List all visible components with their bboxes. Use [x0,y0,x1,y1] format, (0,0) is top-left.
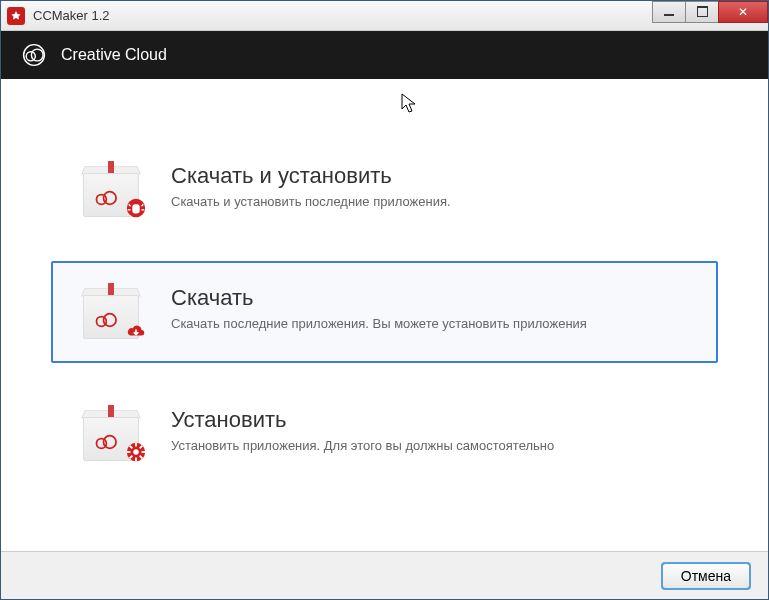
cancel-button[interactable]: Отмена [662,563,750,589]
minimize-button[interactable] [652,1,686,23]
content-area: Скачать и установить Скачать и установит… [1,79,768,551]
box-icon [83,407,143,461]
window-title: CCMaker 1.2 [33,8,653,23]
app-header: Creative Cloud [1,31,768,79]
option-title: Скачать и установить [171,163,696,189]
option-title: Установить [171,407,696,433]
window-controls [653,1,768,23]
option-download[interactable]: Скачать Скачать последние приложения. Вы… [51,261,718,363]
maximize-button[interactable] [685,1,719,23]
bug-icon [125,197,147,219]
svg-point-2 [31,49,43,61]
app-window: CCMaker 1.2 Creative Cloud Скачать и уст… [0,0,769,600]
header-title: Creative Cloud [61,46,167,64]
cursor-icon [401,93,419,115]
box-icon [83,285,143,339]
option-download-install[interactable]: Скачать и установить Скачать и установит… [51,139,718,241]
creative-cloud-icon [21,42,47,68]
option-desc: Скачать последние приложения. Вы можете … [171,315,696,333]
option-desc: Скачать и установить последние приложени… [171,193,696,211]
option-install[interactable]: Установить Установить приложения. Для эт… [51,383,718,485]
footer: Отмена [1,551,768,599]
svg-point-16 [133,449,139,455]
app-icon [7,7,25,25]
titlebar[interactable]: CCMaker 1.2 [1,1,768,31]
option-desc: Установить приложения. Для этого вы долж… [171,437,696,455]
gear-icon [125,441,147,463]
option-title: Скачать [171,285,696,311]
close-button[interactable] [718,1,768,23]
svg-rect-6 [132,204,139,213]
box-icon [83,163,143,217]
download-cloud-icon [125,319,147,341]
